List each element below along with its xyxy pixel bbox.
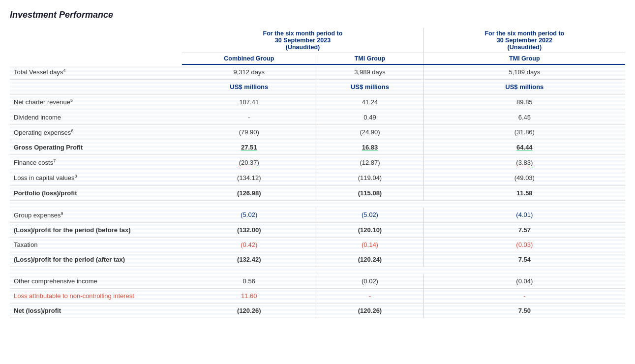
table-row: Group expenses9 (5.02) (5.02) (4.01) <box>10 208 625 223</box>
table-row: Finance costs7 (20.37) (12.87) (3.83) <box>10 154 625 170</box>
table-row: Operating expenses6 (79.90) (24.90) (31.… <box>10 124 625 140</box>
table-row: Total Vessel days4 9,312 days 3,989 days… <box>10 64 625 80</box>
investment-performance-table: For the six month period to30 September … <box>10 28 625 318</box>
table-row: Loss attributable to non-controlling int… <box>10 288 625 303</box>
table-row: Taxation (0.42) (0.14) (0.03) <box>10 237 625 252</box>
header-row-1: For the six month period to30 September … <box>10 28 625 53</box>
header-row-2: Combined Group TMI Group TMI Group <box>10 53 625 65</box>
table-row: US$ millions US$ millions US$ millions <box>10 80 625 94</box>
table-row: (Loss)/profit for the period (after tax)… <box>10 252 625 267</box>
col-combined-group: Combined Group <box>224 55 274 62</box>
table-row <box>10 200 625 208</box>
table-row: Portfolio (loss)/profit (126.98) (115.08… <box>10 185 625 200</box>
table-row: Other comprehensive income 0.56 (0.02) (… <box>10 274 625 289</box>
table-row <box>10 267 625 274</box>
table-row: Net (loss)/profit (120.26) (120.26) 7.50 <box>10 303 625 318</box>
page-title: Investment Performance <box>10 10 625 20</box>
table-row: Loss in capital values8 (134.12) (119.04… <box>10 170 625 185</box>
period1-header: For the six month period to30 September … <box>263 30 343 51</box>
col-tmi-group-1: TMI Group <box>355 55 386 62</box>
col-tmi-group-2: TMI Group <box>509 55 540 62</box>
table-row: Gross Operating Profit 27.51 16.83 64.44 <box>10 140 625 154</box>
table-row: Net charter revenue5 107.41 41.24 89.85 <box>10 94 625 110</box>
table-row: (Loss)/profit for the period (before tax… <box>10 222 625 237</box>
period2-header: For the six month period to30 September … <box>484 30 564 51</box>
table-row: Dividend income - 0.49 6.45 <box>10 110 625 124</box>
